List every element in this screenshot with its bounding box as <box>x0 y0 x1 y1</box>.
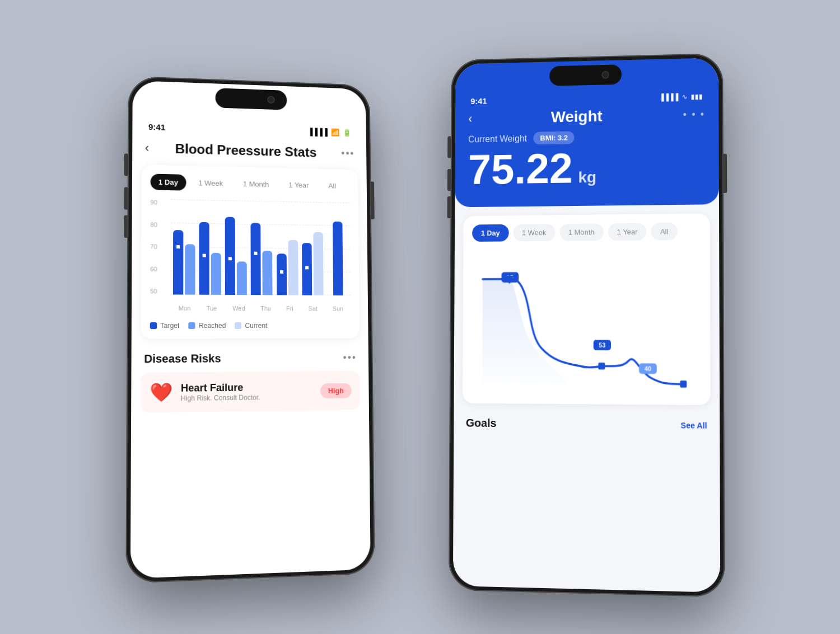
legend-reached: Reached <box>189 321 226 329</box>
signal-icon-right: ▐▐▐▐ <box>659 92 678 101</box>
bar-thu-target <box>251 223 261 295</box>
status-icons-right: ▐▐▐▐ ∿ ▮▮▮ <box>659 92 703 101</box>
x-label-wed: Wed <box>232 304 245 311</box>
bp-time-tabs: 1 Day 1 Week 1 Month 1 Year All <box>151 173 350 194</box>
y-axis: 90 80 70 60 50 <box>150 199 157 294</box>
bar-mon-target <box>173 230 183 295</box>
goals-label: Goals <box>466 416 497 429</box>
marker-fri <box>279 269 284 274</box>
bp-screen: 9:41 ▐▐▐▐ 📶 🔋 ‹ Blood Preessure Stats ••… <box>130 80 371 578</box>
weight-header-top: ‹ Weight • • • <box>468 105 705 128</box>
area-fill-2 <box>509 279 569 383</box>
tab-1year-right[interactable]: 1 Year <box>608 223 647 241</box>
more-button-left[interactable]: ••• <box>341 147 354 159</box>
weight-line-chart: 85 53 40 <box>472 248 701 396</box>
battery-icon-right: ▮▮▮ <box>691 92 703 100</box>
x-label-mon: Mon <box>179 304 191 311</box>
disease-name: Heart Failure <box>181 381 313 393</box>
bar-sat-target <box>302 243 312 295</box>
bp-bar-chart: 90 80 70 60 50 <box>150 199 351 312</box>
bmi-badge: BMI: 3.2 <box>534 131 575 144</box>
label-53: 53 <box>599 341 605 349</box>
back-button-left[interactable]: ‹ <box>145 140 150 155</box>
bar-group-wed <box>223 217 249 295</box>
bar-group-sat <box>300 232 325 295</box>
marker-end <box>680 381 687 388</box>
bp-chart-card: 1 Day 1 Week 1 Month 1 Year All 90 80 70 <box>141 165 360 339</box>
tab-1day-right[interactable]: 1 Day <box>472 224 508 241</box>
tab-all-right[interactable]: All <box>651 223 678 240</box>
weight-unit: kg <box>578 168 596 186</box>
phone-right: 9:41 ▐▐▐▐ ∿ ▮▮▮ ‹ Weight • • • Current <box>449 53 725 597</box>
tab-1month-left[interactable]: 1 Month <box>235 175 277 192</box>
disease-title: Disease Risks <box>144 352 221 365</box>
y-label-90: 90 <box>151 199 158 205</box>
x-label-sun: Sun <box>333 305 343 312</box>
disease-more[interactable]: ••• <box>343 352 357 364</box>
y-label-60: 60 <box>150 265 157 272</box>
y-label-70: 70 <box>150 243 157 250</box>
notch-left <box>216 88 287 110</box>
bar-thu-reached <box>263 250 273 294</box>
weight-time-tabs: 1 Day 1 Week 1 Month 1 Year All <box>472 222 701 241</box>
signal-icon-left: ▐▐▐▐ <box>308 127 328 136</box>
tab-1week-left[interactable]: 1 Week <box>190 175 231 191</box>
bp-title: Blood Preessure Stats <box>175 141 317 160</box>
phone-left: 9:41 ▐▐▐▐ 📶 🔋 ‹ Blood Preessure Stats ••… <box>125 76 375 583</box>
marker-mon <box>175 244 181 250</box>
weight-screen: 9:41 ▐▐▐▐ ∿ ▮▮▮ ‹ Weight • • • Current <box>453 58 720 593</box>
wifi-icon-right: ∿ <box>682 92 687 100</box>
area-fill-1 <box>482 279 510 383</box>
status-icons-left: ▐▐▐▐ 📶 🔋 <box>308 127 352 137</box>
tab-1day-left[interactable]: 1 Day <box>151 173 186 190</box>
bar-group-fri <box>274 239 300 295</box>
marker-wed <box>227 256 233 261</box>
tab-1week-right[interactable]: 1 Week <box>513 224 555 241</box>
marker-85 <box>506 275 513 282</box>
heart-icon: ❤️ <box>150 381 172 403</box>
x-label-fri: Fri <box>286 305 293 312</box>
bar-group-tue <box>197 222 223 294</box>
tab-1month-right[interactable]: 1 Month <box>559 223 604 241</box>
weight-chart-card: 1 Day 1 Week 1 Month 1 Year All <box>463 213 711 405</box>
back-button-right[interactable]: ‹ <box>468 111 472 126</box>
legend-dot-reached <box>189 322 195 328</box>
x-label-tue: Tue <box>207 304 217 311</box>
tab-all-left[interactable]: All <box>321 177 344 194</box>
see-all-button[interactable]: See All <box>680 420 707 430</box>
risk-badge: High <box>320 383 352 398</box>
bar-sun-target <box>333 221 343 295</box>
tab-1year-left[interactable]: 1 Year <box>281 176 316 193</box>
legend-dot-target <box>150 322 157 328</box>
more-button-right[interactable]: • • • <box>683 108 705 120</box>
label-40: 40 <box>645 365 651 372</box>
y-label-80: 80 <box>150 220 157 227</box>
weight-value-row: 75.22 kg <box>468 145 706 190</box>
scene: 9:41 ▐▐▐▐ 📶 🔋 ‹ Blood Preessure Stats ••… <box>84 43 756 591</box>
bar-group-mon <box>171 229 197 294</box>
weight-chart-svg: 85 53 40 <box>472 248 701 396</box>
phone-left-screen: 9:41 ▐▐▐▐ 📶 🔋 ‹ Blood Preessure Stats ••… <box>130 80 371 578</box>
current-weight-label: Current Weight <box>468 133 527 144</box>
marker-sat <box>304 265 310 270</box>
marker-53 <box>598 362 605 369</box>
camera-right <box>601 71 609 78</box>
goals-row: Goals See All <box>454 412 720 435</box>
bar-fri-current <box>288 239 298 295</box>
wifi-icon-left: 📶 <box>331 128 339 137</box>
weight-number: 75.22 <box>468 147 573 191</box>
disease-card[interactable]: ❤️ Heart Failure High Risk. Consult Doct… <box>141 370 361 412</box>
bar-group-thu <box>249 223 274 295</box>
bar-tue-target <box>199 222 209 294</box>
x-label-thu: Thu <box>260 305 271 312</box>
marker-thu <box>253 250 259 256</box>
notch-right <box>549 64 622 86</box>
y-label-50: 50 <box>150 288 157 294</box>
weight-title: Weight <box>551 107 603 126</box>
legend-target: Target <box>150 321 180 329</box>
x-labels: Mon Tue Wed Thu Fri Sat Sun <box>171 304 351 312</box>
disease-desc: High Risk. Consult Doctor. <box>181 392 313 402</box>
disease-section-header: Disease Risks ••• <box>131 347 368 372</box>
marker-tue <box>202 252 207 258</box>
bar-tue-reached <box>211 252 221 294</box>
